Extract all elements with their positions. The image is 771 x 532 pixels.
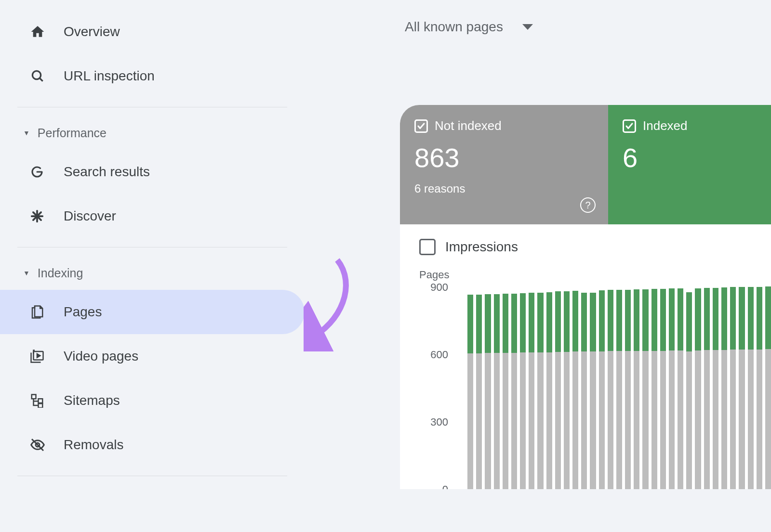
tile-label: Indexed — [643, 118, 688, 133]
chart-ytick: 0 — [419, 483, 448, 489]
chart-bar — [616, 290, 622, 489]
nav-overview[interactable]: Overview — [0, 10, 308, 54]
tile-title: Not indexed — [414, 118, 594, 133]
chart-bar — [634, 289, 639, 489]
checkbox-unchecked-icon[interactable] — [419, 239, 436, 255]
nav-label: Video pages — [57, 349, 138, 364]
chart-bar — [467, 295, 473, 489]
chart-body: 9006003000 — [419, 287, 771, 489]
chart-bar — [520, 293, 526, 489]
nav-label: Removals — [57, 437, 123, 453]
tile-not-indexed[interactable]: Not indexed 863 6 reasons ? — [400, 105, 608, 224]
chart-bar — [494, 294, 500, 489]
tile-label: Not indexed — [435, 118, 502, 133]
nav-video-pages[interactable]: Video pages — [0, 334, 308, 378]
impressions-toggle[interactable]: Impressions — [400, 224, 771, 260]
nav-removals[interactable]: Removals — [0, 423, 308, 467]
chart-bar — [660, 289, 666, 489]
nav-label: Search results — [57, 164, 150, 180]
svg-line-1 — [40, 78, 42, 81]
chevron-down-icon: ▼ — [23, 269, 30, 277]
chart-bar — [748, 287, 754, 489]
chart-ylabel: Pages — [419, 269, 771, 281]
chart-bar — [608, 290, 613, 489]
chevron-down-icon: ▼ — [23, 129, 30, 137]
chart-bar — [678, 288, 683, 489]
nav-discover[interactable]: Discover — [0, 194, 308, 238]
nav-sitemaps[interactable]: Sitemaps — [0, 378, 308, 423]
chart-bar — [669, 288, 675, 489]
chart-bar — [695, 288, 701, 489]
chart-bar — [546, 292, 552, 489]
tile-count: 863 — [414, 142, 594, 173]
section-performance[interactable]: ▼ Performance — [0, 116, 308, 150]
nav-label: Overview — [57, 24, 120, 39]
chart-bar — [529, 293, 534, 489]
home-icon — [30, 24, 57, 39]
nav-label: URL inspection — [57, 68, 155, 84]
chart-bar — [503, 294, 508, 489]
tile-count: 6 — [623, 142, 757, 173]
section-label: Performance — [38, 126, 106, 140]
divider — [17, 247, 287, 247]
nav-pages[interactable]: Pages — [0, 290, 305, 334]
divider — [17, 476, 287, 476]
filter-dropdown[interactable]: All known pages — [405, 19, 533, 35]
svg-rect-8 — [39, 399, 43, 403]
nav-url-inspection[interactable]: URL inspection — [0, 54, 308, 98]
chart-ytick: 600 — [419, 349, 448, 361]
section-indexing[interactable]: ▼ Indexing — [0, 256, 308, 290]
chart-bar — [765, 286, 771, 489]
checkbox-checked-icon[interactable] — [414, 119, 428, 133]
search-icon — [30, 68, 57, 84]
chart-bar — [476, 295, 482, 489]
pages-icon — [30, 304, 57, 320]
chart-bar — [590, 293, 596, 489]
chart-bar — [713, 288, 718, 489]
chart-bar — [537, 293, 543, 489]
eye-off-icon — [30, 437, 57, 453]
chart-bar — [625, 290, 631, 489]
chart-bar — [704, 288, 710, 489]
chart-bar — [651, 289, 657, 489]
svg-rect-7 — [32, 395, 36, 399]
chart-bar — [642, 289, 648, 489]
tile-title: Indexed — [623, 118, 757, 133]
index-card: Not indexed 863 6 reasons ? Indexed 6 Im… — [400, 105, 771, 489]
nav-label: Pages — [57, 304, 102, 320]
nav-label: Discover — [57, 208, 116, 224]
chart-bar — [739, 287, 744, 489]
chart-bar — [581, 293, 587, 489]
card-header: Not indexed 863 6 reasons ? Indexed 6 — [400, 105, 771, 224]
svg-point-0 — [32, 71, 40, 79]
nav-label: Sitemaps — [57, 393, 120, 408]
chart-bar — [511, 294, 517, 489]
chart-bar — [485, 294, 491, 489]
tile-reasons: 6 reasons — [414, 182, 594, 195]
section-label: Indexing — [38, 266, 83, 280]
tile-indexed[interactable]: Indexed 6 — [608, 105, 771, 224]
chart-bar — [721, 287, 727, 489]
chart-bars — [467, 287, 771, 489]
chart-bar — [730, 287, 736, 489]
chart-ytick: 900 — [419, 281, 448, 294]
checkbox-checked-icon[interactable] — [623, 119, 636, 133]
asterisk-icon — [30, 209, 57, 223]
nav-search-results[interactable]: Search results — [0, 150, 308, 194]
divider — [17, 107, 287, 107]
chart-bar — [757, 287, 762, 489]
chart-ytick: 300 — [419, 416, 448, 428]
chart-bar — [572, 291, 578, 489]
chart: Pages 9006003000 — [400, 260, 771, 489]
video-pages-icon — [30, 349, 57, 363]
chart-bar — [564, 291, 570, 489]
chevron-down-icon — [522, 24, 533, 30]
help-icon[interactable]: ? — [580, 197, 596, 213]
google-g-icon — [30, 165, 57, 179]
impressions-label: Impressions — [445, 239, 518, 255]
annotation-arrow-icon — [304, 255, 390, 351]
chart-bar — [599, 290, 605, 489]
sidebar: Overview URL inspection ▼ Performance Se… — [0, 0, 308, 532]
chart-bar — [555, 291, 561, 489]
chart-bar — [686, 292, 692, 489]
